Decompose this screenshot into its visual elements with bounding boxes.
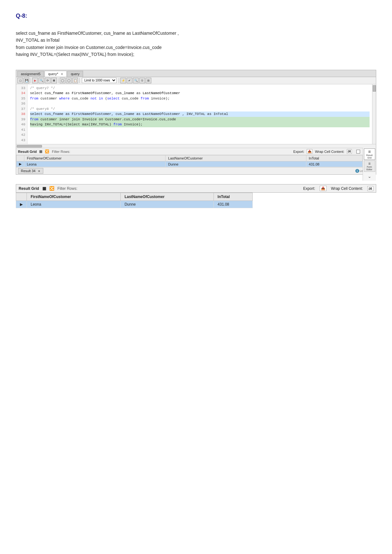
code-line-39: from customer inner join Invoice on Cust… <box>30 117 370 122</box>
toolbar-btn-search[interactable]: 🔍 <box>39 78 44 83</box>
col-lastname: LastNameOfCustomer <box>166 155 306 161</box>
toolbar-btn-3[interactable]: ⟳ <box>45 78 51 83</box>
ide-window: assignment5 query* ✕ query ◻ 💾 ▶ 🔍 ⟳ ▦ ◯… <box>16 70 376 175</box>
checkbox-icon[interactable] <box>356 150 360 154</box>
large-cell-intotal: 431.08 <box>214 201 252 208</box>
toolbar-btn-save[interactable]: ◻ <box>17 78 23 83</box>
large-cell-firstname: Leona <box>27 201 121 208</box>
toolbar-btn-run[interactable]: ▶ <box>32 78 38 83</box>
result-bar: Result Grid ▦ 🔀 Filter Rows: Export: 📤 W… <box>16 148 376 155</box>
tab-query[interactable]: query <box>67 71 83 77</box>
filter-rows-label: Filter Rows: <box>52 150 70 154</box>
result-grid-side-btn[interactable]: ≡ ResultGrid <box>364 148 375 160</box>
wrap-label: Wrap Cell Content: <box>315 150 344 154</box>
large-export-icon[interactable]: 📤 <box>320 186 327 191</box>
large-table-row[interactable]: ▶ Leona Dunne 431.08 <box>16 201 253 208</box>
toolbar-btn-disk[interactable]: 💾 <box>24 78 29 83</box>
line-numbers: 33 34 35 36 37 38 39 40 41 42 43 <box>16 84 27 144</box>
large-filter-label: Filter Rows: <box>57 186 77 191</box>
table-row[interactable]: ▶ Leona Dunne 431.08 <box>16 161 363 167</box>
toolbar-btn-6[interactable]: 📋 <box>72 78 78 83</box>
desc-line4: having INV_TOTAL=(Select max(INV_TOTAL) … <box>16 52 134 57</box>
toolbar-btn-grid[interactable]: ▦ <box>51 78 57 83</box>
large-result-section: Result Grid ▦ 🔀 Filter Rows: Export: 📤 W… <box>16 184 376 208</box>
toolbar-btn-7[interactable]: ⚡ <box>120 78 126 83</box>
info-icon: ℹ <box>355 169 359 173</box>
code-line-34: select cus_fname as FirstNameOfCustomer,… <box>30 91 370 96</box>
large-result-table: FirstNameOfCustomer LastNameOfCustomer I… <box>16 193 253 208</box>
code-line-37: /* query8 */ <box>30 106 370 112</box>
code-line-42 <box>30 132 370 138</box>
large-col-intotal: InTotal <box>214 193 252 201</box>
cell-firstname: Leona <box>24 161 166 167</box>
ide-tab-bar: assignment5 query* ✕ query <box>16 70 376 77</box>
col-intotal: InTotal <box>306 155 362 161</box>
form-editor-side-btn[interactable]: ≡ FormEditor <box>364 160 375 172</box>
large-col-firstname: FirstNameOfCustomer <box>27 193 121 201</box>
grid-table-area: FirstNameOfCustomer LastNameOfCustomer I… <box>16 155 376 167</box>
filter-icon: 🔀 <box>45 149 49 154</box>
toolbar-btn-5[interactable]: ◯ <box>66 78 72 83</box>
close-result-icon[interactable]: ✕ <box>38 170 40 173</box>
result-tab[interactable]: Result 34 ✕ <box>18 168 43 174</box>
toolbar-separator-2 <box>58 78 58 83</box>
code-line-35: from customer where cus_code not in (sel… <box>30 96 370 101</box>
form-editor-side-label: FormEditor <box>366 166 372 171</box>
large-filter-icon: 🔀 <box>49 186 54 191</box>
code-line-43 <box>30 138 370 143</box>
right-scrollbar[interactable] <box>372 84 376 144</box>
toolbar-separator-1 <box>31 78 31 83</box>
h-scrollbar[interactable] <box>16 144 376 148</box>
cell-lastname: Dunne <box>166 161 306 167</box>
large-row-indicator: ▶ <box>16 201 27 208</box>
grid-icon: ▦ <box>39 149 42 154</box>
export-label: Export: <box>293 150 304 154</box>
result-grid-side-label: ResultGrid <box>366 154 373 159</box>
export-icon[interactable]: 📤 <box>307 149 312 154</box>
toolbar-separator-4 <box>119 78 119 83</box>
large-wrap-icon[interactable]: IA <box>367 186 373 191</box>
side-panel: ≡ ResultGrid ≡ FormEditor ⌄ <box>363 148 376 181</box>
large-result-grid-label: Result Grid <box>19 186 39 191</box>
description: select cus_fname as FirstNameOfCustomer,… <box>16 30 376 58</box>
ide-toolbar: ◻ 💾 ▶ 🔍 ⟳ ▦ ◯ ◯ 📋 Limit to 1000 rows No … <box>16 77 376 84</box>
tab-query-active[interactable]: query* ✕ <box>45 71 67 77</box>
large-grid-icon: ▦ <box>42 186 46 191</box>
large-col-lastname: LastNameOfCustomer <box>121 193 214 201</box>
cell-intotal: 431.08 <box>306 161 362 167</box>
toolbar-btn-9[interactable]: 🔍 <box>133 78 139 83</box>
large-cell-lastname: Dunne <box>121 201 214 208</box>
code-line-38: select cus_fname as FirstNameOfCustomer,… <box>30 111 370 117</box>
toolbar-separator-3 <box>79 78 80 83</box>
row-indicator: ▶ <box>16 161 24 167</box>
chevron-down-icon[interactable]: ⌄ <box>364 172 375 180</box>
large-wrap-label: Wrap Cell Content: <box>331 186 363 191</box>
large-export-label: Export: <box>303 186 315 191</box>
code-content[interactable]: /* query7 */ select cus_fname as FirstNa… <box>27 84 372 144</box>
col-firstname: FirstNameOfCustomer <box>24 155 166 161</box>
close-icon[interactable]: ✕ <box>61 72 63 76</box>
tab-assignment5[interactable]: assignment5 <box>17 71 44 77</box>
code-editor[interactable]: 33 34 35 36 37 38 39 40 41 42 43 /* quer… <box>16 84 376 144</box>
result-grid-label: Result Grid <box>18 150 37 154</box>
code-line-36 <box>30 101 370 106</box>
large-col-indicator <box>16 193 27 201</box>
toolbar-btn-4[interactable]: ◯ <box>60 78 65 83</box>
limit-select[interactable]: Limit to 1000 rows No Limit <box>82 78 117 83</box>
code-line-41 <box>30 127 370 133</box>
large-result-bar: Result Grid ▦ 🔀 Filter Rows: Export: 📤 W… <box>16 184 376 193</box>
desc-line1: select cus_fname as FirstNameOfCustomer,… <box>16 31 179 36</box>
desc-line2: INV_TOTAL as InTotal <box>16 38 59 43</box>
bottom-tab-bar: Result 34 ✕ ℹ Load Driv... <box>16 167 376 174</box>
code-line-40: having INV_TOTAL=(Select max(INV_TOTAL) … <box>30 122 370 127</box>
result-table: FirstNameOfCustomer LastNameOfCustomer I… <box>16 155 363 167</box>
code-line-33: /* query7 */ <box>30 86 370 91</box>
col-indicator <box>16 155 24 161</box>
question-label: Q-8: <box>16 13 376 19</box>
desc-line3: from customer inner join Invoice on Cust… <box>16 45 162 50</box>
wrap-icon[interactable]: IA <box>347 149 352 154</box>
toolbar-btn-11[interactable]: ⊞ <box>146 78 151 83</box>
toolbar-btn-8[interactable]: ✔ <box>127 78 132 83</box>
toolbar-btn-10[interactable]: ① <box>139 78 145 83</box>
